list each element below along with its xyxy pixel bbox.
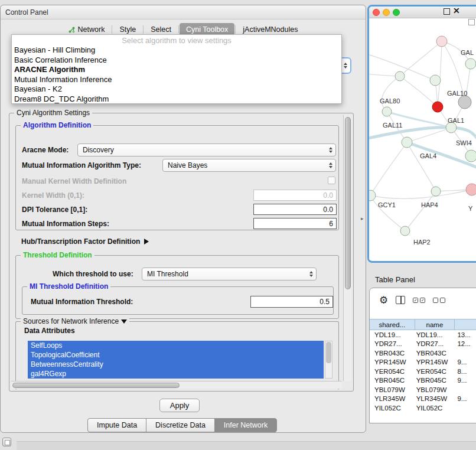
attribute-list-scrollbar[interactable]: [325, 341, 332, 379]
graph-node[interactable]: [466, 184, 476, 195]
graph-edge: [370, 190, 472, 198]
column-header[interactable]: [455, 319, 476, 330]
gear-icon[interactable]: ⚙: [379, 295, 388, 305]
graph-node[interactable]: [369, 190, 376, 201]
algorithm-option[interactable]: ARACNE Algorithm: [12, 65, 341, 75]
mi-steps-input[interactable]: 6: [253, 218, 337, 229]
graph-node[interactable]: [465, 150, 476, 162]
control-panel-titlebar[interactable]: Control Panel: [1, 5, 366, 19]
chevron-updown-icon: [344, 63, 347, 69]
algorithm-option[interactable]: Bayesian - K2: [12, 84, 341, 94]
aracne-mode-label: Aracne Mode:: [22, 146, 69, 154]
mi-threshold-input[interactable]: 0.5: [250, 296, 333, 308]
graph-node[interactable]: [436, 36, 447, 47]
table-row[interactable]: YBR045CYBR045C9...: [370, 376, 476, 386]
mac-close-button[interactable]: [373, 9, 380, 16]
attribute-item[interactable]: SelfLoops: [28, 341, 324, 350]
manual-kernel-checkbox[interactable]: [328, 177, 335, 184]
table-cell: YLR345W: [415, 395, 455, 402]
tab-label: Select: [151, 25, 171, 34]
aracne-mode-value: Discovery: [83, 146, 114, 154]
bottom-tab-discretize-data[interactable]: Discretize Data: [146, 418, 215, 432]
table-cell: YDL19...: [415, 331, 455, 338]
table-cell: 9...: [455, 377, 476, 384]
float-panel-button[interactable]: [444, 8, 450, 15]
kernel-width-label: Kernel Width (0,1):: [22, 191, 84, 200]
hub-definition-expander[interactable]: Hub/Transcription Factor Definition: [21, 237, 149, 246]
graph-node[interactable]: [458, 96, 471, 109]
apply-button[interactable]: Apply: [159, 399, 200, 412]
table-row[interactable]: YIL052CYIL052C: [370, 403, 476, 413]
table-cell: YIL052C: [370, 405, 415, 412]
control-panel-title: Control Panel: [5, 8, 48, 17]
scrollbar-thumb[interactable]: [12, 383, 180, 388]
settings-horizontal-scrollbar[interactable]: [11, 381, 342, 389]
table-row[interactable]: YLR345WYLR345W9...: [370, 394, 476, 404]
deselect-all-icon[interactable]: [433, 298, 445, 303]
table-row[interactable]: YBR043CYBR043C: [370, 348, 476, 358]
table-panel-title: Table Panel: [375, 275, 415, 284]
settings-vertical-scrollbar[interactable]: [343, 115, 351, 381]
graph-node[interactable]: [395, 71, 405, 81]
graph-edge: [382, 76, 400, 112]
graph-node[interactable]: [465, 58, 476, 69]
graph-node[interactable]: [431, 187, 441, 196]
algorithm-definition-legend: Algorithm Definition: [21, 121, 93, 129]
network-view-window: GAL80GAL10GAL11GAL1SWI4GAL4GCY1HAP4HAP2G…: [367, 5, 476, 263]
table-row[interactable]: YDL19...YDL19...13...: [370, 330, 476, 340]
select-all-icon[interactable]: ✓✓: [413, 298, 425, 303]
kernel-width-value: 0.0: [323, 191, 333, 200]
close-panel-button[interactable]: ✕: [453, 6, 460, 15]
canvas-corner-button[interactable]: [468, 19, 475, 25]
tab-label: jActiveMNodules: [243, 25, 298, 34]
mac-minimize-button[interactable]: [383, 9, 390, 16]
attribute-item[interactable]: gal4RGexp: [28, 369, 324, 379]
network-canvas[interactable]: GAL80GAL10GAL11GAL1SWI4GAL4GCY1HAP4HAP2G…: [369, 18, 476, 260]
scrollbar-thumb[interactable]: [326, 342, 331, 363]
attribute-item[interactable]: TopologicalCoefficient: [28, 350, 324, 360]
kernel-width-input[interactable]: 0.0: [253, 190, 337, 201]
table-row[interactable]: YBL079WYBL079W: [370, 385, 476, 394]
columns-icon[interactable]: [396, 296, 405, 304]
panel-splitter-arrow[interactable]: ▸: [361, 216, 364, 221]
threshold-definition-legend: Threshold Definition: [21, 251, 94, 259]
checked-box-icon: ✓: [413, 298, 418, 303]
column-header[interactable]: shared...: [370, 319, 415, 330]
graph-node[interactable]: [432, 102, 443, 112]
scrollbar-thumb[interactable]: [345, 117, 351, 289]
graph-node[interactable]: [382, 107, 392, 116]
mi-type-select[interactable]: Naive Bayes: [162, 159, 336, 172]
mi-type-label: Mutual Information Algorithm Type:: [22, 161, 141, 169]
algorithm-option[interactable]: Basic Correlation Inference: [12, 56, 341, 66]
algorithm-option[interactable]: Dream8 DC_TDC Algorithm: [12, 94, 341, 105]
bottom-dock-strip: [17, 441, 476, 450]
graph-node[interactable]: [430, 75, 441, 86]
table-row[interactable]: YPR145WYPR145W9...: [370, 358, 476, 367]
which-threshold-select[interactable]: MI Threshold: [142, 268, 317, 281]
minimized-panel-icon[interactable]: [2, 438, 11, 446]
table-body: YDL19...YDL19...13...YDR27...YDR27...12.…: [370, 330, 476, 413]
attribute-item[interactable]: BetweennessCentrality: [28, 360, 324, 369]
bottom-tab-impute-data[interactable]: Impute Data: [87, 418, 146, 432]
graph-node[interactable]: [402, 137, 412, 148]
control-panel-window: Control Panel NetworkStyleSelectCyni Too…: [0, 5, 366, 433]
tab-separator: [143, 25, 144, 34]
sources-legend[interactable]: Sources for Network Inference: [21, 317, 129, 325]
dpi-tolerance-input[interactable]: 0.0: [253, 204, 337, 215]
algorithm-option[interactable]: Mutual Information Inference: [12, 75, 341, 85]
algorithm-dropdown-items: Bayesian - Hill ClimbingBasic Correlatio…: [12, 45, 341, 104]
column-header[interactable]: name: [415, 319, 455, 330]
dpi-tolerance-value: 0.0: [323, 206, 333, 214]
table-row[interactable]: YER054CYER054C8...: [370, 367, 476, 376]
graph-node[interactable]: [400, 226, 410, 236]
table-cell: YDR27...: [370, 340, 415, 347]
algorithm-option[interactable]: Bayesian - Hill Climbing: [12, 45, 341, 56]
mac-zoom-button[interactable]: [393, 9, 400, 16]
sources-legend-text: Sources for Network Inference: [23, 317, 119, 325]
aracne-mode-select[interactable]: Discovery: [77, 144, 336, 156]
table-row[interactable]: YDR27...YDR27...12...: [370, 340, 476, 349]
network-window-titlebar[interactable]: [369, 6, 476, 18]
bottom-tab-infer-network[interactable]: Infer Network: [214, 418, 277, 432]
tab-separator: [178, 25, 179, 34]
sources-group: Sources for Network Inference Data Attri…: [15, 321, 339, 390]
